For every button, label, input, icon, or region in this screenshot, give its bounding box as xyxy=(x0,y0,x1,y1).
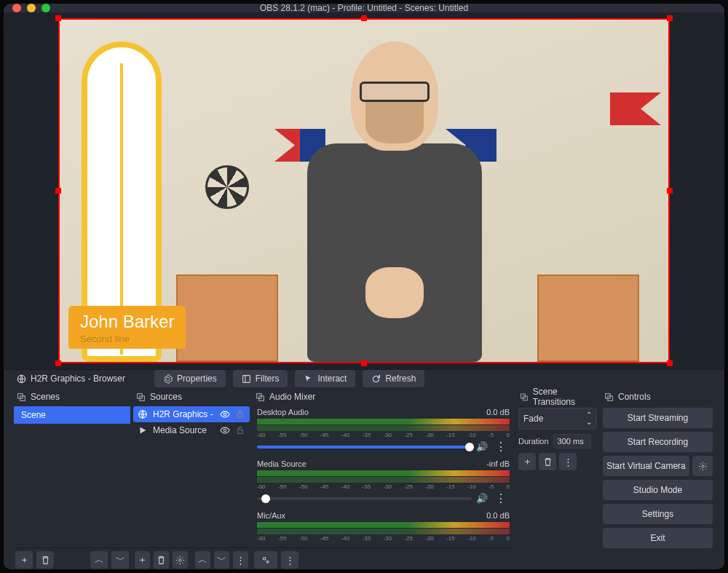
settings-button[interactable]: Settings xyxy=(603,504,713,524)
mixer-channel: Media Source-inf dB -60-55-50-45-40-35-3… xyxy=(253,458,514,510)
channel-name: Media Source xyxy=(257,459,306,468)
remove-source-button[interactable] xyxy=(154,551,169,569)
exit-button[interactable]: Exit xyxy=(603,528,713,548)
trash-icon xyxy=(41,556,50,565)
lock-icon[interactable] xyxy=(235,425,245,435)
channel-menu-button[interactable]: ⋮ xyxy=(492,440,510,454)
lower-third-name: John Barker xyxy=(80,312,174,332)
eye-icon[interactable] xyxy=(220,425,230,435)
add-source-button[interactable]: ＋ xyxy=(135,551,150,569)
person-silhouette xyxy=(264,42,526,362)
bg-fan xyxy=(205,165,249,209)
scenes-panel: Scenes Scene ＋ ︿ ﹀ xyxy=(14,387,130,569)
scene-item[interactable]: Scene xyxy=(14,406,130,424)
resize-handle[interactable] xyxy=(361,15,367,21)
filters-icon xyxy=(242,374,251,384)
svg-point-9 xyxy=(223,429,226,432)
lock-icon[interactable] xyxy=(235,409,245,419)
trash-icon xyxy=(157,556,166,565)
source-properties-button[interactable] xyxy=(173,551,188,569)
dock-icon xyxy=(17,392,26,402)
duration-input[interactable] xyxy=(553,434,591,448)
globe-icon xyxy=(138,409,148,419)
globe-icon xyxy=(17,374,26,384)
sources-panel-header: Sources xyxy=(133,387,250,406)
resize-handle[interactable] xyxy=(667,15,673,21)
add-transition-button[interactable]: ＋ xyxy=(518,453,536,470)
start-recording-button[interactable]: Start Recording xyxy=(603,432,713,452)
preview-canvas[interactable]: John Barker Second line xyxy=(58,18,670,363)
mixer-channel: Mic/Aux0.0 dB -60-55-50-45-40-35-30-25-2… xyxy=(253,510,514,548)
start-streaming-button[interactable]: Start Streaming xyxy=(603,408,713,428)
bg-cabinet xyxy=(537,274,639,362)
source-item[interactable]: Media Source xyxy=(133,422,250,438)
interact-button[interactable]: Interact xyxy=(295,370,355,387)
audio-meter xyxy=(257,425,510,431)
resize-handle[interactable] xyxy=(667,188,673,194)
resize-handle[interactable] xyxy=(55,360,61,366)
mixer-advanced-button[interactable] xyxy=(254,551,277,569)
gears-icon xyxy=(261,555,271,565)
source-down-button[interactable]: ﹀ xyxy=(214,551,229,569)
speaker-icon[interactable]: 🔊 xyxy=(476,493,488,504)
svg-rect-10 xyxy=(238,430,243,433)
transition-select[interactable]: Fade ⌃⌄ xyxy=(518,408,597,430)
meter-ticks: -60-55-50-45-40-35-30-25-20-15-10-50 xyxy=(257,535,510,542)
resize-handle[interactable] xyxy=(55,15,61,21)
transitions-panel-header: Scene Transitions xyxy=(517,387,598,406)
window-controls xyxy=(12,4,50,12)
source-menu-button[interactable]: ⋮ xyxy=(233,551,248,569)
dock-icon xyxy=(604,392,614,402)
source-up-button[interactable]: ︿ xyxy=(195,551,210,569)
maximize-window-button[interactable] xyxy=(41,4,50,12)
audio-meter xyxy=(257,419,510,424)
add-scene-button[interactable]: ＋ xyxy=(15,551,33,569)
gear-icon xyxy=(698,462,708,471)
remove-transition-button[interactable] xyxy=(539,453,556,470)
mixer-toolbar: ⋮ xyxy=(253,548,514,569)
audio-meter xyxy=(257,477,510,483)
volume-slider[interactable] xyxy=(257,497,472,500)
scene-down-button[interactable]: ﹀ xyxy=(111,551,129,569)
scene-up-button[interactable]: ︿ xyxy=(90,551,108,569)
resize-handle[interactable] xyxy=(667,360,673,366)
speaker-icon[interactable]: 🔊 xyxy=(476,441,488,452)
virtual-camera-settings-button[interactable] xyxy=(692,456,713,476)
mixer-menu-button[interactable]: ⋮ xyxy=(281,551,298,569)
channel-level: 0.0 dB xyxy=(486,511,510,520)
scenes-toolbar: ＋ ︿ ﹀ xyxy=(14,548,130,569)
resize-handle[interactable] xyxy=(55,188,61,194)
studio-mode-button[interactable]: Studio Mode xyxy=(603,480,713,500)
controls-panel-header: Controls xyxy=(601,387,714,406)
cursor-icon xyxy=(304,374,313,384)
close-window-button[interactable] xyxy=(12,4,21,12)
refresh-button[interactable]: Refresh xyxy=(363,370,424,387)
titlebar: OBS 28.1.2 (mac) - Profile: Untitled - S… xyxy=(4,4,724,12)
source-context-toolbar: H2R Graphics - Browser Properties Filter… xyxy=(4,369,724,387)
window-title: OBS 28.1.2 (mac) - Profile: Untitled - S… xyxy=(260,4,468,13)
transition-menu-button[interactable]: ⋮ xyxy=(559,453,577,470)
source-item[interactable]: H2R Graphics - xyxy=(133,406,250,422)
refresh-icon xyxy=(371,374,381,384)
minimize-window-button[interactable] xyxy=(27,4,36,12)
gear-icon xyxy=(163,374,173,384)
channel-level: -inf dB xyxy=(486,459,510,468)
resize-handle[interactable] xyxy=(361,360,367,366)
channel-menu-button[interactable]: ⋮ xyxy=(492,491,510,505)
channel-name: Mic/Aux xyxy=(257,511,285,520)
preview-area[interactable]: John Barker Second line xyxy=(4,12,724,369)
dock-panels: Scenes Scene ＋ ︿ ﹀ Sources H2R xyxy=(4,387,724,569)
volume-slider[interactable] xyxy=(257,446,472,448)
start-virtual-camera-button[interactable]: Start Virtual Camera xyxy=(603,456,689,476)
app-window: OBS 28.1.2 (mac) - Profile: Untitled - S… xyxy=(4,4,724,569)
properties-button[interactable]: Properties xyxy=(154,370,226,387)
chevron-updown-icon: ⌃⌄ xyxy=(586,411,592,426)
filters-button[interactable]: Filters xyxy=(233,370,288,387)
gear-icon xyxy=(175,556,185,565)
remove-scene-button[interactable] xyxy=(36,551,54,569)
bg-flag xyxy=(610,92,661,125)
svg-point-14 xyxy=(264,558,266,561)
selected-source-label: H2R Graphics - Browser xyxy=(17,374,125,384)
eye-icon[interactable] xyxy=(220,409,230,419)
meter-ticks: -60-55-50-45-40-35-30-25-20-15-10-50 xyxy=(257,432,510,438)
